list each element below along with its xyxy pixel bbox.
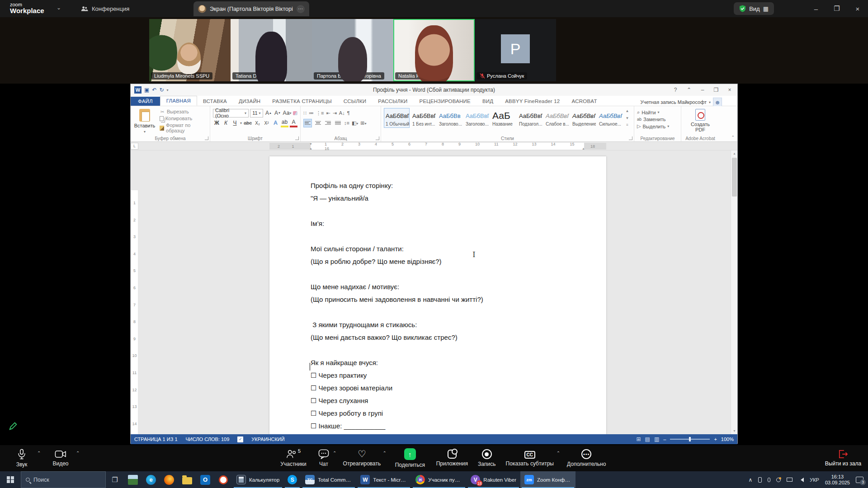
pinned-edge[interactable]: e xyxy=(142,471,160,488)
react-chevron-icon[interactable]: ⌃ xyxy=(382,450,386,455)
chevron-down-icon[interactable]: ▾ xyxy=(240,121,242,125)
doc-line[interactable]: (Що я роблю добре? Що мене відрізняє?) xyxy=(311,258,579,266)
doc-line[interactable]: Як я найкраще вчуся: xyxy=(311,359,579,367)
scrollbar-thumb[interactable] xyxy=(732,158,737,197)
taskbar-app-calculator[interactable]: Калькулятор xyxy=(232,471,283,488)
paste-button[interactable]: Вставить ▾ xyxy=(133,108,156,134)
style-heading2[interactable]: АаБбВвГЗаголово... xyxy=(464,108,490,128)
word-count[interactable]: ЧИСЛО СЛОВ: 109 xyxy=(186,436,230,442)
select-button[interactable]: ▷Выделить▾ xyxy=(637,123,678,129)
doc-line[interactable]: Що мене надихає / мотивує: xyxy=(311,283,579,291)
tab-references[interactable]: ССЫЛКИ xyxy=(338,97,373,106)
vertical-ruler[interactable]: 1 2 3 4 5 6 7 8 9 10 11 12 13 14 15 xyxy=(131,150,138,434)
network-icon[interactable] xyxy=(787,478,793,482)
justify-button[interactable] xyxy=(334,119,342,127)
tab-home[interactable]: ГЛАВНАЯ xyxy=(160,96,197,106)
style-subtitle[interactable]: АаБбВвГПодзагол... xyxy=(517,108,543,128)
dialog-launcher-icon[interactable] xyxy=(376,136,379,140)
redo-icon[interactable]: ↻ xyxy=(159,87,164,93)
horizontal-ruler[interactable]: L 2 1 ▼▲1 2 3 4 5 6 7 8 9 10 11 12 13 14… xyxy=(131,142,737,150)
tab-insert[interactable]: ВСТАВКА xyxy=(197,97,233,106)
taskbar-search[interactable]: Поиск xyxy=(21,471,106,488)
tab-review[interactable]: РЕЦЕНЗИРОВАНИЕ xyxy=(414,97,476,106)
tab-file[interactable]: ФАЙЛ xyxy=(131,97,160,106)
tab-abbyy[interactable]: ABBYY FineReader 12 xyxy=(499,97,566,106)
superscript-button[interactable]: X² xyxy=(263,119,270,127)
more-button[interactable]: ••• Дополнительно xyxy=(565,445,608,471)
shrink-font-button[interactable]: А▼ xyxy=(274,109,281,117)
taskbar-app-chrome[interactable]: Учасник публікац... xyxy=(411,471,467,488)
zoom-in-icon[interactable]: + xyxy=(714,436,717,442)
taskbar-app-viber[interactable]: V18 Rakuten Viber xyxy=(467,471,520,488)
sort-icon[interactable]: А↓ xyxy=(339,110,345,116)
doc-line[interactable]: (Що приносить мені задоволення в навчанн… xyxy=(311,296,579,304)
doc-line[interactable]: З якими труднощами я стикаюсь: xyxy=(311,321,579,329)
font-size-combo[interactable]: 11▾ xyxy=(250,109,263,117)
chevron-down-icon[interactable]: ⌄ xyxy=(57,5,61,11)
multilevel-list-icon[interactable]: ⋮≡ xyxy=(316,110,324,116)
find-button[interactable]: ⌕Найти▾ xyxy=(637,109,678,115)
doc-checkbox-line[interactable]: ☐ Інакше: ___________ xyxy=(311,422,579,430)
pinned-opera[interactable] xyxy=(214,471,232,488)
video-tile-active-speaker[interactable]: Nataliia Hrytsai xyxy=(393,19,475,81)
video-options-chevron-icon[interactable]: ⌃ xyxy=(76,450,84,455)
tab-screen-share[interactable]: Экран (Партола Вікторія Вікторі ⋯ xyxy=(193,1,309,16)
tab-acrobat[interactable]: ACROBAT xyxy=(566,97,603,106)
underline-button[interactable]: Ч xyxy=(231,119,239,127)
line-spacing-icon[interactable]: ↕≡ xyxy=(344,120,349,126)
video-tile[interactable]: Liudmyla Mironets SSPU xyxy=(149,19,231,81)
highlight-color-button[interactable]: ab xyxy=(281,119,288,127)
record-button[interactable]: Запись xyxy=(475,445,499,471)
video-tile[interactable]: Партола Вікторія Вікторівна xyxy=(312,19,393,81)
right-indent-marker[interactable]: ▲ xyxy=(582,147,585,150)
pinned-outlook[interactable]: O xyxy=(196,471,214,488)
bold-button[interactable]: Ж xyxy=(213,119,221,127)
vertical-scrollbar[interactable]: ▲ ▼ xyxy=(731,150,737,434)
ribbon-options-icon[interactable]: ⌃ xyxy=(682,84,696,95)
video-button[interactable]: Видео xyxy=(48,445,73,471)
zoom-slider-thumb[interactable] xyxy=(689,437,691,441)
word-close-button[interactable]: × xyxy=(723,84,736,95)
save-icon[interactable]: ▣ xyxy=(144,87,149,93)
taskbar-app-zoom[interactable]: zm Zoom Конференц... xyxy=(520,471,576,488)
share-screen-button[interactable]: ↑ Поделиться xyxy=(391,445,429,471)
document-area[interactable]: 1 2 3 4 5 6 7 8 9 10 11 12 13 14 15 Проф… xyxy=(131,150,737,434)
print-layout-icon[interactable]: ▤ xyxy=(645,436,650,442)
start-button[interactable] xyxy=(0,471,21,488)
doc-line[interactable] xyxy=(311,346,579,354)
doc-line[interactable]: Профіль на одну сторінку: xyxy=(311,182,579,190)
phone-link-icon[interactable] xyxy=(758,477,762,483)
create-pdf-button[interactable]: Создать PDF xyxy=(684,108,717,133)
maximize-button[interactable]: ❐ xyxy=(826,0,847,17)
font-name-combo[interactable]: Calibri (Осно▾ xyxy=(213,109,249,117)
action-center-icon[interactable]: 3 xyxy=(856,477,863,483)
captions-chevron-icon[interactable]: ⌃ xyxy=(557,450,560,455)
zoom-slider[interactable] xyxy=(670,439,710,440)
view-button[interactable]: Вид ▦ xyxy=(734,2,774,15)
doc-line[interactable] xyxy=(311,308,579,316)
style-title[interactable]: АаБНазвание xyxy=(491,108,516,128)
close-button[interactable]: × xyxy=(847,0,868,17)
pinned-photos[interactable] xyxy=(124,471,142,488)
doc-line[interactable]: Ім’я: xyxy=(311,220,579,228)
text-effects-button[interactable]: А xyxy=(272,119,279,127)
chat-chevron-icon[interactable]: ⌃ xyxy=(333,450,336,455)
replace-button[interactable]: abЗаменить xyxy=(637,117,678,122)
bullets-icon[interactable]: ∷ xyxy=(303,110,307,116)
tab-more-icon[interactable]: ⋯ xyxy=(297,5,305,13)
shading-icon[interactable]: ◧▾ xyxy=(352,120,358,126)
language-indicator[interactable]: УКР xyxy=(810,477,819,483)
microsoft-account[interactable]: Учетная запись Майкрософт ▾ ☻ xyxy=(641,98,722,107)
tab-view[interactable]: ВИД xyxy=(476,97,499,106)
tab-meeting[interactable]: Конференция xyxy=(75,0,136,17)
help-icon[interactable]: ? xyxy=(669,84,682,95)
zoom-out-icon[interactable]: – xyxy=(663,436,666,442)
hidden-icons-chevron-icon[interactable]: ∧ xyxy=(748,477,752,483)
doc-checkbox-line[interactable]: ☐ Через роботу в групі xyxy=(311,409,579,418)
italic-button[interactable]: К xyxy=(222,119,230,127)
page-indicator[interactable]: СТРАНИЦА 1 ИЗ 1 xyxy=(134,436,178,442)
doc-checkbox-line[interactable]: ☐ Через практику xyxy=(311,371,579,380)
update-icon[interactable] xyxy=(776,478,781,482)
style-subtle-emphasis[interactable]: АаБбВвГгСлабое в... xyxy=(544,108,570,128)
styles-down-icon[interactable]: ▼ xyxy=(626,116,629,120)
